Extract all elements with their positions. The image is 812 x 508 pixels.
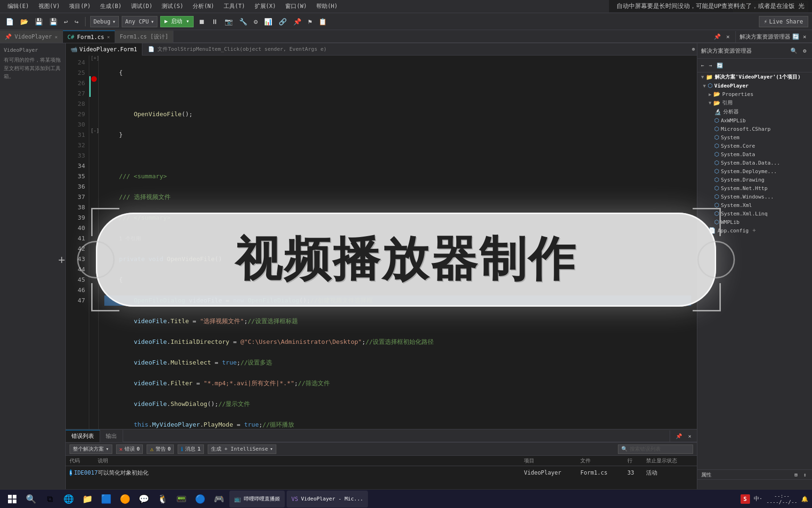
- tab-errorlist[interactable]: 错误列表: [66, 430, 100, 442]
- error-panel-close[interactable]: ✕: [686, 430, 693, 442]
- menu-help[interactable]: 帮助(H): [312, 1, 342, 11]
- menu-tools[interactable]: 工具(T): [220, 1, 249, 11]
- se-fwd-btn[interactable]: →: [707, 60, 714, 71]
- menu-build[interactable]: 生成(B): [96, 1, 125, 11]
- tree-systemdata[interactable]: ⬡ System.Data: [697, 150, 812, 159]
- tree-wmplib[interactable]: ⬡ WMPLib: [697, 218, 812, 226]
- close-pane-btn[interactable]: ✕: [725, 31, 732, 42]
- pin-window-btn[interactable]: 📌: [712, 31, 723, 42]
- toolbar-icon10[interactable]: 📋: [317, 16, 328, 27]
- tab-form1cs-close[interactable]: ✕: [107, 34, 110, 40]
- toolbar-icon5[interactable]: ⚙: [252, 16, 259, 27]
- scope-dropdown[interactable]: 整个解决方案 ▾: [70, 444, 112, 454]
- tree-axwmplib[interactable]: ⬡ AxWMPLib: [697, 116, 812, 125]
- toolbar-icon9[interactable]: ⚑: [306, 16, 313, 27]
- taskbar-bilibili-app[interactable]: 📺 哔哩哔哩直播姬: [229, 491, 285, 508]
- editor-tab-videoplayer[interactable]: 📹 VideoPlayer.Form1: [66, 43, 142, 56]
- menu-debug[interactable]: 调试(D): [127, 1, 156, 11]
- open-file-btn[interactable]: 📂: [18, 16, 30, 27]
- menu-view[interactable]: 视图(V): [35, 1, 64, 11]
- tree-microsoftcsharp[interactable]: ⬡ Microsoft.CSharp: [697, 125, 812, 133]
- taskbar-app4-btn[interactable]: 📟: [173, 491, 190, 508]
- menu-project[interactable]: 项目(P): [65, 1, 94, 11]
- tree-systemdrawing[interactable]: ⬡ System.Drawing: [697, 175, 812, 184]
- toolbar-icon6[interactable]: 📊: [262, 16, 274, 27]
- toolbar-icon1[interactable]: ⏹: [196, 16, 207, 27]
- taskbar-wechat-btn[interactable]: 💬: [135, 491, 152, 508]
- toolbar-icon7[interactable]: 🔗: [277, 16, 289, 27]
- tree-systemwindows[interactable]: ⬡ System.Windows...: [697, 192, 812, 201]
- tree-systemdeploy[interactable]: ⬡ System.Deployme...: [697, 167, 812, 175]
- tree-project[interactable]: ▼ ⬡ VideoPlayer: [697, 81, 812, 90]
- tree-systemxml[interactable]: ⬡ System.Xml: [697, 201, 812, 209]
- tree-properties[interactable]: ▶ 📂 Properties: [697, 90, 812, 98]
- tree-systemnethttp[interactable]: ⬡ System.Net.Http: [697, 184, 812, 192]
- tab-videoplayerpanel[interactable]: 📌 VideoPlayer ✕: [0, 31, 63, 43]
- toolbar-icon2[interactable]: ⏸: [210, 16, 220, 27]
- expand-29[interactable]: [-]: [91, 128, 99, 133]
- warning-filter-btn[interactable]: ⚠ 警告 0: [147, 444, 174, 454]
- error-filter-btn[interactable]: ✕ 错误 0: [116, 444, 143, 454]
- build-dropdown[interactable]: 生成 + IntelliSense ▾: [208, 444, 276, 454]
- menu-analyze[interactable]: 分析(N): [189, 1, 218, 11]
- taskbar-edge-btn[interactable]: 🌐: [60, 491, 77, 508]
- taskbar-app2-btn[interactable]: 🟠: [117, 491, 133, 508]
- redo-btn[interactable]: ↪: [72, 16, 80, 27]
- editor-toolbar-btn1[interactable]: ⊕: [690, 44, 697, 55]
- save-btn[interactable]: 💾: [33, 16, 45, 27]
- cpu-dropdown[interactable]: Any CPU ▾: [122, 16, 157, 27]
- notification-area-btn[interactable]: 🔔: [801, 496, 808, 502]
- solution-sync-btn[interactable]: 🔄: [790, 31, 801, 42]
- message-filter-btn[interactable]: ℹ 消息 1: [178, 444, 204, 454]
- props-sort-icon[interactable]: ↕: [801, 469, 808, 480]
- se-settings-btn[interactable]: ⚙: [801, 45, 808, 56]
- taskbar-app3-btn[interactable]: 🐧: [154, 491, 171, 508]
- solution-close-btn[interactable]: ✕: [801, 31, 808, 42]
- tab-form1cs[interactable]: C# Form1.cs ✕: [63, 31, 115, 43]
- save-all-btn[interactable]: 💾: [47, 16, 59, 27]
- error-search-box[interactable]: 🔍 搜索错误列表: [618, 444, 693, 454]
- toolbar-icon8[interactable]: 📌: [291, 16, 303, 27]
- debug-config-dropdown[interactable]: Debug ▾: [90, 16, 119, 27]
- toolbar-icon4[interactable]: 🔧: [237, 16, 249, 27]
- tree-system[interactable]: ⬡ System: [697, 133, 812, 142]
- code-content[interactable]: { OpenVideoFile(); } /// <summary> /// 选…: [99, 56, 697, 489]
- taskbar-start-btn[interactable]: [4, 491, 21, 508]
- taskbar-app1-btn[interactable]: 🟦: [98, 491, 115, 508]
- tab-form1design[interactable]: Form1.cs [设计]: [115, 31, 173, 43]
- error-panel-pin[interactable]: 📌: [674, 430, 684, 442]
- error-row-1[interactable]: i IDE0017 可以简化对象初始化 VideoPlayer Form1.cs…: [66, 466, 697, 479]
- tab-output[interactable]: 输出: [100, 430, 123, 442]
- menu-extensions[interactable]: 扩展(X): [251, 1, 280, 11]
- props-grid-icon[interactable]: ⊞: [793, 469, 800, 480]
- live-share-btn[interactable]: ⚡ ⚡ Live Share Live Share: [759, 16, 808, 27]
- toolbar-icon3[interactable]: 📷: [223, 16, 234, 27]
- menu-edit[interactable]: 编辑(E): [4, 1, 33, 11]
- add-icon[interactable]: +: [752, 227, 756, 234]
- lang-indicator[interactable]: 中·: [754, 495, 763, 503]
- undo-btn[interactable]: ↩: [62, 16, 70, 27]
- tree-solution[interactable]: ▼ 📁 解决方案'VideoPlayer'(1个项目): [697, 72, 812, 81]
- se-back-btn[interactable]: ←: [699, 60, 706, 71]
- taskbar-search-btn[interactable]: 🔍: [23, 491, 39, 508]
- start-btn[interactable]: ▶ 启动 ▾: [160, 16, 194, 27]
- menu-window[interactable]: 窗口(W): [281, 1, 311, 11]
- taskbar-taskview-btn[interactable]: ⧉: [41, 491, 58, 508]
- taskbar-app6-btn[interactable]: 🎮: [211, 491, 227, 508]
- new-file-btn[interactable]: 📄: [4, 16, 16, 27]
- tree-systemxmllinq[interactable]: ⬡ System.Xml.Linq: [697, 209, 812, 218]
- sougou-icon[interactable]: S: [741, 494, 750, 504]
- tree-analyzer[interactable]: 🔬 分析器: [697, 107, 812, 116]
- tree-systemcore[interactable]: ⬡ System.Core: [697, 142, 812, 150]
- se-refresh-btn[interactable]: 🔄: [715, 60, 725, 71]
- taskbar-app5-btn[interactable]: 🔵: [192, 491, 209, 508]
- taskbar-vs-app[interactable]: VS VideoPlayer - Mic...: [287, 491, 368, 508]
- expand-25[interactable]: [+]: [91, 56, 99, 61]
- tab-close-1[interactable]: ✕: [55, 34, 57, 40]
- tree-references[interactable]: ▼ 📂 引用: [697, 98, 812, 107]
- menu-test[interactable]: 测试(S): [158, 1, 187, 11]
- taskbar-files-btn[interactable]: 📁: [79, 491, 96, 508]
- tree-appconfig[interactable]: 📄 App.config +: [697, 226, 812, 235]
- tree-systemdatadata[interactable]: ⬡ System.Data.Data...: [697, 159, 812, 167]
- se-search-btn[interactable]: 🔍: [789, 45, 799, 56]
